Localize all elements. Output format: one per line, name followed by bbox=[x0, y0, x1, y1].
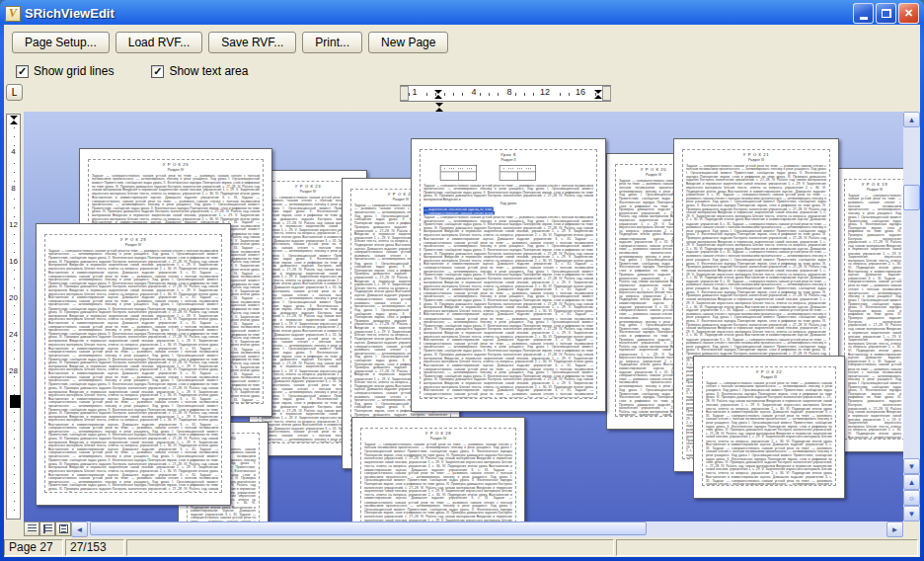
document-page[interactable]: У Р О К 29Раздел IVЗадачи: — совершенств… bbox=[36, 223, 231, 506]
page-text-area: Урок 8Раздел IIЗадачи: — совершенствоват… bbox=[420, 149, 597, 399]
previous-page-icon: ▲ bbox=[908, 478, 916, 487]
toolbar-button-save-rvf[interactable]: Save RVF... bbox=[208, 32, 296, 53]
status-bar: Page 2727/153 bbox=[4, 537, 920, 557]
inserted-table[interactable] bbox=[500, 165, 536, 181]
toolbar-button-page-setup[interactable]: Page Setup... bbox=[12, 32, 110, 53]
app-window: V SRichViewEdit ✕ Page Setup...Load RVF.… bbox=[0, 0, 924, 561]
page-text-area: У Р О К 19Раздел IIIЗадачи: — совершенст… bbox=[844, 179, 903, 440]
show-text-area-checkbox[interactable]: ✓ Show text area bbox=[151, 64, 248, 78]
page-subheading: Раздел IV bbox=[364, 437, 512, 441]
horizontal-scrollbar: ◄ ► bbox=[71, 521, 903, 537]
page-paragraph: Задачи: — совершенствовать навыки устной… bbox=[706, 381, 832, 486]
page-text-area: У Р О К 22Раздел IIIЗадачи: — совершенст… bbox=[702, 366, 836, 486]
toolbar-button-load-rvf[interactable]: Load RVF... bbox=[116, 32, 202, 53]
restore-button[interactable] bbox=[876, 3, 896, 24]
document-page-active[interactable]: Урок 8Раздел IIЗадачи: — совершенствоват… bbox=[411, 138, 606, 412]
top-margin-marker[interactable] bbox=[10, 116, 18, 124]
close-icon: ✕ bbox=[904, 7, 913, 20]
page-paragraph: Задачи: — совершенствовать навыки устной… bbox=[848, 194, 901, 440]
page-content: У Р О К 28Раздел IVЗадачи: — совершенств… bbox=[361, 429, 515, 521]
page-subheading: Раздел IV bbox=[92, 168, 260, 173]
checkbox-box: ✓ bbox=[16, 65, 29, 78]
browse-object-icon: ○ bbox=[909, 494, 914, 503]
horizontal-scroll-thumb[interactable] bbox=[90, 521, 647, 535]
scroll-up-button[interactable]: ▲ bbox=[903, 112, 920, 127]
browse-object-button[interactable]: ○ bbox=[903, 490, 920, 506]
scrollbar-corner bbox=[903, 521, 920, 537]
ruler-number: 28 bbox=[9, 365, 18, 376]
ruler-right-cap bbox=[602, 86, 611, 101]
ruler-corner-button[interactable]: L bbox=[6, 84, 23, 101]
document-page[interactable]: У Р О К 22Раздел IIIЗадачи: — совершенст… bbox=[693, 356, 845, 499]
ruler-ticks bbox=[14, 119, 15, 515]
minimize-icon bbox=[860, 17, 868, 20]
view-mode-buttons bbox=[24, 521, 71, 536]
page-subheading: Раздел IV bbox=[48, 243, 218, 248]
page-paragraph: Задачи: — совершенствовать навыки устной… bbox=[262, 196, 354, 443]
page-subheading: Раздел III bbox=[686, 158, 826, 163]
ruler-number: 1 bbox=[410, 87, 419, 97]
down-arrow-icon: ▼ bbox=[908, 462, 916, 471]
table-divider bbox=[517, 172, 518, 180]
vertical-scrollbar: ▲ ▼ ▲ ○ ▼ bbox=[903, 112, 920, 521]
previous-page-button[interactable]: ▲ bbox=[903, 474, 920, 490]
ruler-left-cap bbox=[400, 86, 409, 101]
page-content: У Р О К 29Раздел IVЗадачи: — совершенств… bbox=[45, 235, 221, 492]
window-title: SRichViewEdit bbox=[25, 6, 851, 21]
page-heading: Ход урока bbox=[424, 201, 593, 206]
page-content: У Р О К 19Раздел IIIЗадачи: — совершенст… bbox=[845, 180, 903, 439]
close-button[interactable]: ✕ bbox=[898, 3, 919, 24]
vertical-ruler-strip: 481216202428 bbox=[6, 114, 21, 520]
check-icon: ✓ bbox=[18, 66, 27, 77]
left-arrow-icon: ◄ bbox=[76, 525, 84, 534]
scroll-right-button[interactable]: ► bbox=[886, 521, 903, 537]
vertical-scroll-track[interactable] bbox=[903, 127, 920, 458]
scroll-left-button[interactable]: ◄ bbox=[71, 521, 88, 537]
ruler-number: 16 bbox=[574, 87, 587, 97]
left-margin-marker[interactable] bbox=[434, 90, 442, 99]
next-page-button[interactable]: ▼ bbox=[903, 506, 920, 521]
main-area: 481216202428 У Р О К 25Раздел IVЗадачи: … bbox=[4, 112, 920, 521]
normal-view-icon bbox=[43, 524, 52, 533]
ruler-number: 4 bbox=[11, 146, 15, 157]
ruler-number: 12 bbox=[9, 219, 18, 230]
normal-view-button[interactable] bbox=[39, 521, 55, 536]
show-grid-lines-checkbox[interactable]: ✓ Show grid lines bbox=[16, 64, 114, 78]
page-text-area: У Р О К 28Раздел IVЗадачи: — совершенств… bbox=[360, 428, 516, 521]
page-text-area: У Р О К 29Раздел IVЗадачи: — совершенств… bbox=[44, 234, 222, 493]
document-page[interactable]: У Р О К 19Раздел IIIЗадачи: — совершенст… bbox=[835, 168, 903, 452]
horizontal-scroll-track[interactable] bbox=[88, 521, 886, 537]
minimize-button[interactable] bbox=[853, 3, 874, 24]
page-subheading: Раздел III bbox=[706, 375, 832, 380]
options-row: ✓ Show grid lines ✓ Show text area bbox=[4, 60, 920, 82]
table-divider bbox=[458, 172, 459, 180]
title-bar[interactable]: V SRichViewEdit ✕ bbox=[0, 0, 924, 25]
horizontal-ruler: 1481216 bbox=[400, 85, 611, 102]
selected-line: — совершенствование навыков чтения вслух… bbox=[424, 211, 495, 215]
document-canvas[interactable]: У Р О К 25Раздел IVЗадачи: — совершенств… bbox=[24, 112, 903, 521]
bottom-margin-marker[interactable] bbox=[10, 395, 21, 408]
toolbar-button-new-page[interactable]: New Page bbox=[368, 32, 448, 53]
checkbox-box: ✓ bbox=[151, 65, 164, 78]
restore-icon bbox=[882, 9, 891, 18]
next-page-icon: ▼ bbox=[908, 510, 916, 519]
toolbar: Page Setup...Load RVF...Save RVF...Print… bbox=[4, 25, 920, 60]
right-arrow-icon: ► bbox=[891, 525, 899, 534]
document-page[interactable]: У Р О К 28Раздел IVЗадачи: — совершенств… bbox=[351, 417, 525, 521]
selected-text[interactable]: — закрепление лексических единиц по теме… bbox=[424, 207, 593, 214]
status-panel bbox=[616, 539, 918, 556]
toolbar-button-print[interactable]: Print... bbox=[302, 32, 362, 53]
status-panel bbox=[126, 539, 614, 556]
inserted-table[interactable] bbox=[440, 165, 477, 181]
page-paragraph: Задачи: — совершенствовать навыки устной… bbox=[48, 249, 218, 493]
ruler-number: 20 bbox=[9, 292, 18, 303]
first-line-indent-marker[interactable] bbox=[435, 103, 443, 112]
inserted-tables-row bbox=[440, 165, 593, 181]
draft-view-button[interactable] bbox=[24, 521, 39, 536]
right-margin-marker[interactable] bbox=[594, 90, 602, 99]
page-layout-view-button[interactable] bbox=[55, 521, 71, 536]
vertical-scroll-thumb[interactable] bbox=[903, 185, 920, 210]
ruler-row: L 1481216 bbox=[4, 82, 920, 112]
scroll-down-button[interactable]: ▼ bbox=[903, 458, 920, 474]
page-paragraph: Задачи: — совершенствовать навыки устной… bbox=[364, 442, 512, 521]
